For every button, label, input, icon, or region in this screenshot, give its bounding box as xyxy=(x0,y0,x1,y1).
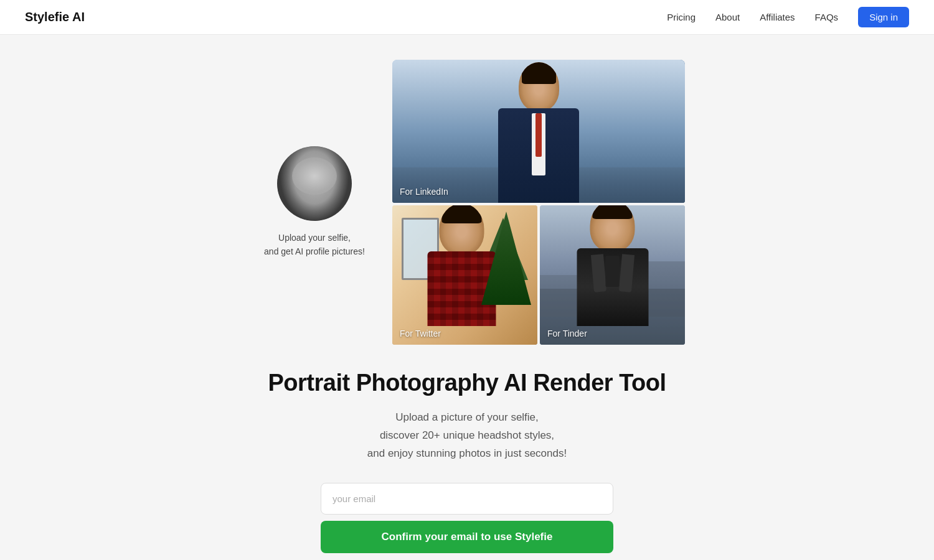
photo-twitter: For Twitter xyxy=(392,205,537,345)
selfie-avatar xyxy=(277,146,352,221)
page-title: Portrait Photography AI Render Tool xyxy=(268,370,666,396)
nav-link-pricing[interactable]: Pricing xyxy=(667,12,696,22)
photo-linkedin: For LinkedIn xyxy=(392,60,685,203)
photo-tinder: For Tinder xyxy=(540,205,685,345)
tinder-label: For Tinder xyxy=(547,329,587,338)
nav-logo[interactable]: Stylefie AI xyxy=(25,10,85,24)
collage-area: Upload your selfie, and get AI profile p… xyxy=(249,60,685,345)
hero-subtitle: Upload a picture of your selfie, discove… xyxy=(367,409,567,463)
email-form: Confirm your email to use Stylefie xyxy=(321,483,613,553)
upload-prompt: Upload your selfie, and get AI profile p… xyxy=(264,231,365,259)
avatar-image xyxy=(277,146,352,221)
confirm-email-button[interactable]: Confirm your email to use Stylefie xyxy=(321,521,613,553)
nav-link-affiliates[interactable]: Affiliates xyxy=(760,12,795,22)
nav-link-about[interactable]: About xyxy=(715,12,740,22)
navbar: Stylefie AI Pricing About Affiliates FAQ… xyxy=(0,0,934,35)
twitter-label: For Twitter xyxy=(400,329,441,338)
nav-links: Pricing About Affiliates FAQs Sign in xyxy=(667,7,909,27)
email-input[interactable] xyxy=(321,483,613,515)
left-panel: Upload your selfie, and get AI profile p… xyxy=(249,146,392,259)
nav-link-faqs[interactable]: FAQs xyxy=(815,12,839,22)
photo-grid: For LinkedIn xyxy=(392,60,685,345)
sign-in-button[interactable]: Sign in xyxy=(858,7,909,27)
main-content: Upload your selfie, and get AI profile p… xyxy=(0,35,934,560)
linkedin-label: For LinkedIn xyxy=(400,187,448,197)
